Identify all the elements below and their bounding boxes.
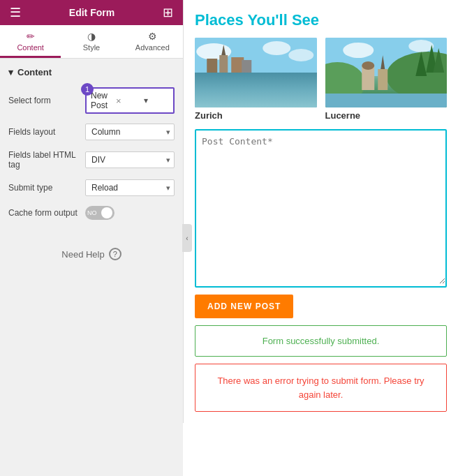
fields-label-html-tag-label: Fields label HTML tag — [8, 150, 85, 170]
style-tab-icon: ◑ — [87, 31, 96, 42]
fields-label-html-tag-row: Fields label HTML tag DIV SPAN P ▾ — [8, 150, 175, 170]
tabs-bar: ✏ Content ◑ Style ⚙ Advanced — [0, 25, 183, 59]
grid-icon[interactable]: ⊞ — [163, 5, 173, 20]
svg-point-17 — [343, 43, 374, 58]
select-form-input[interactable]: 1 New Post × ▾ — [85, 87, 175, 114]
lucerne-label: Lucerne — [325, 110, 448, 121]
submit-type-row: Submit type Reload AJAX ▾ — [8, 179, 175, 196]
error-message-text: There was an error trying to submit form… — [217, 375, 424, 400]
content-tab-label: Content — [17, 43, 44, 52]
svg-point-11 — [233, 86, 264, 93]
svg-rect-8 — [242, 60, 251, 80]
left-panel: ☰ Edit Form ⊞ ✏ Content ◑ Style ⚙ Advanc… — [0, 0, 183, 476]
fields-layout-row: Fields layout Column Row ▾ — [8, 124, 175, 140]
clear-form-button[interactable]: × — [116, 96, 141, 106]
submit-type-label: Submit type — [8, 183, 85, 193]
svg-point-13 — [216, 84, 232, 89]
fields-layout-select-wrapper: Column Row ▾ — [85, 124, 175, 140]
cache-form-output-row: Cache form output NO — [8, 206, 175, 220]
tab-advanced[interactable]: ⚙ Advanced — [122, 25, 183, 58]
lucerne-image — [325, 38, 448, 107]
zurich-image — [195, 38, 317, 107]
svg-point-15 — [279, 84, 295, 89]
zurich-card: Zurich — [195, 38, 317, 121]
svg-point-2 — [263, 41, 290, 55]
help-icon[interactable]: ? — [109, 248, 121, 260]
advanced-tab-label: Advanced — [135, 43, 170, 52]
select-form-wrapper: 1 New Post × ▾ — [85, 87, 175, 114]
svg-rect-26 — [378, 69, 387, 90]
collapse-button[interactable]: ‹ — [182, 224, 192, 252]
panel-body: ▾ Content Select form 1 New Post × ▾ Fie… — [0, 59, 183, 476]
style-tab-label: Style — [83, 43, 100, 52]
cache-form-output-label: Cache form output — [8, 208, 85, 218]
zurich-label: Zurich — [195, 110, 317, 121]
post-content-textarea[interactable] — [196, 131, 445, 284]
svg-rect-9 — [195, 90, 317, 107]
lucerne-card: Lucerne — [325, 38, 448, 121]
svg-rect-4 — [207, 59, 217, 80]
menu-icon[interactable]: ☰ — [10, 5, 21, 20]
header-title: Edit Form — [69, 7, 114, 18]
fields-layout-label: Fields layout — [8, 127, 85, 137]
select-form-value: New Post — [91, 91, 116, 110]
submit-type-select[interactable]: Reload AJAX — [85, 179, 175, 196]
right-panel: Places You'll See — [183, 0, 458, 423]
header: ☰ Edit Form ⊞ — [0, 0, 183, 25]
svg-point-18 — [408, 40, 434, 52]
select-form-row: Select form 1 New Post × ▾ — [8, 87, 175, 114]
page-title: Places You'll See — [195, 11, 447, 29]
svg-rect-5 — [219, 55, 228, 80]
select-form-badge: 1 — [81, 83, 94, 96]
success-message-text: Form successfully submitted. — [263, 336, 380, 346]
form-area — [195, 129, 447, 288]
tab-content[interactable]: ✏ Content — [0, 25, 61, 58]
fields-layout-select[interactable]: Column Row — [85, 124, 175, 140]
svg-point-25 — [362, 61, 374, 70]
tab-style[interactable]: ◑ Style — [61, 25, 121, 58]
error-message-box: There was an error trying to submit form… — [195, 364, 447, 412]
svg-point-12 — [269, 83, 297, 91]
add-new-post-button[interactable]: ADD NEW POST — [195, 295, 293, 318]
section-header: ▾ Content — [8, 67, 175, 77]
section-label: Content — [17, 67, 52, 77]
cache-form-toggle[interactable]: NO — [85, 206, 114, 220]
right-wrapper: ‹ Places You'll See — [183, 0, 458, 476]
svg-point-10 — [208, 84, 233, 92]
submit-type-select-wrapper: Reload AJAX ▾ — [85, 179, 175, 196]
select-form-label: Select form — [8, 96, 85, 105]
collapse-arrow[interactable]: ▾ — [8, 67, 13, 77]
toggle-knob — [101, 207, 112, 218]
fields-label-html-tag-select-wrapper: DIV SPAN P ▾ — [85, 151, 175, 168]
svg-point-14 — [246, 85, 265, 91]
need-help-section[interactable]: Need Help ? — [8, 248, 175, 260]
need-help-label: Need Help — [61, 249, 104, 260]
svg-rect-28 — [325, 94, 448, 107]
svg-point-3 — [288, 49, 313, 61]
images-row: Zurich — [195, 38, 447, 121]
content-tab-icon: ✏ — [27, 31, 35, 42]
success-message-box: Form successfully submitted. — [195, 325, 447, 357]
fields-label-html-tag-select[interactable]: DIV SPAN P — [85, 151, 175, 168]
select-form-arrow[interactable]: ▾ — [144, 96, 169, 105]
advanced-tab-icon: ⚙ — [148, 31, 157, 42]
toggle-text: NO — [87, 209, 97, 216]
